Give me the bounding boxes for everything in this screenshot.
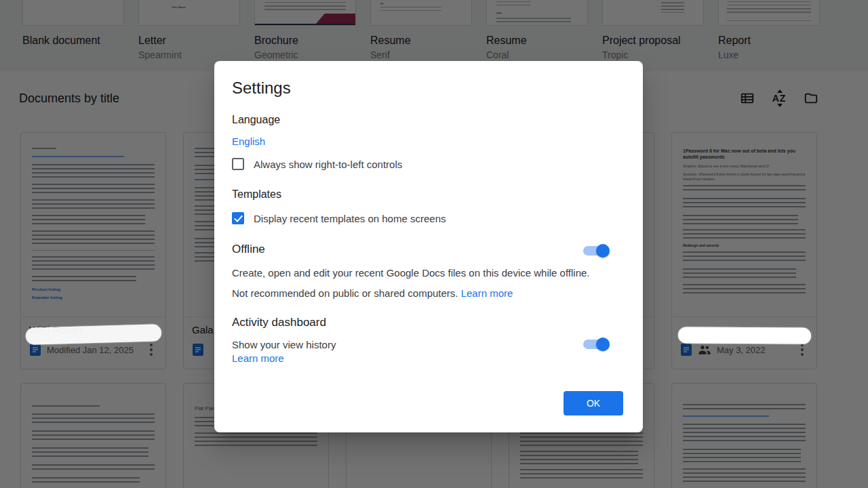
rtl-controls-row: Always show right-to-left controls (232, 156, 625, 172)
view-history-toggle[interactable] (583, 340, 608, 349)
offline-description: Create, open and edit your recent Google… (232, 267, 625, 281)
rtl-checkbox-label: Always show right-to-left controls (254, 159, 402, 170)
toggle-knob (596, 244, 610, 258)
offline-learn-more-link[interactable]: Learn more (461, 287, 513, 299)
language-link[interactable]: English (232, 136, 265, 147)
rtl-checkbox[interactable] (232, 158, 244, 170)
templates-section-heading: Templates (232, 188, 625, 202)
recent-templates-checkbox[interactable] (232, 212, 244, 224)
offline-note: Not recommended on public or shared comp… (232, 287, 458, 299)
ok-button[interactable]: OK (564, 391, 623, 415)
settings-dialog: Settings Language English Always show ri… (214, 61, 643, 432)
activity-section-heading: Activity dashboard (232, 316, 625, 332)
activity-learn-more-link[interactable]: Learn more (232, 352, 284, 364)
dialog-title: Settings (232, 79, 625, 100)
offline-toggle[interactable] (583, 246, 608, 256)
toggle-knob (596, 338, 610, 351)
view-history-label: Show your view history (232, 339, 336, 350)
recent-templates-row: Display recent templates on home screens (232, 210, 625, 226)
language-section-heading: Language (232, 114, 625, 127)
offline-section-heading: Offline (232, 243, 265, 259)
google-docs-home: Blank document Your Name Letter Spearmin… (0, 0, 868, 488)
redaction-scribble (678, 327, 811, 344)
recent-templates-label: Display recent templates on home screens (254, 213, 446, 224)
